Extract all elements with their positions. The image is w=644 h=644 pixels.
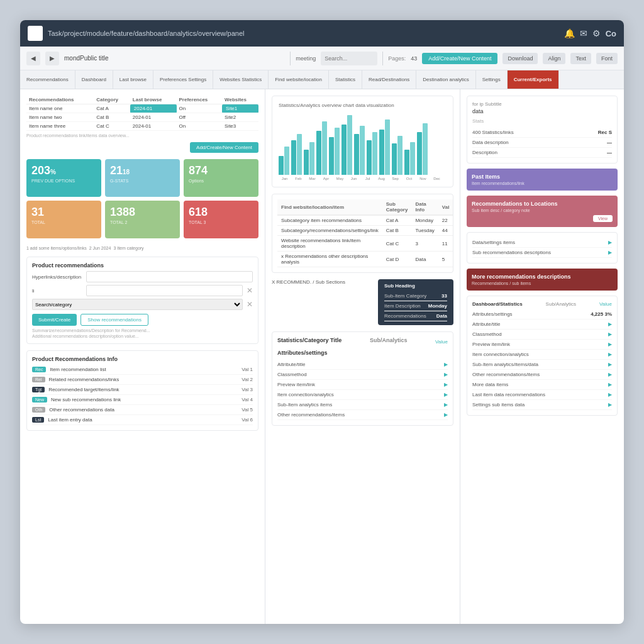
stat-card-5: 1388 TOTAL 2 bbox=[105, 201, 180, 238]
cf-link-2[interactable]: ▶ bbox=[444, 372, 448, 377]
main-action-button[interactable]: Add/Create/New Content bbox=[422, 53, 497, 64]
form-select[interactable]: Search/category Category A Category B bbox=[32, 299, 243, 310]
pink-card-button[interactable]: View bbox=[593, 215, 613, 222]
settings-icon[interactable]: ⚙ bbox=[592, 28, 601, 38]
rbs-link-10[interactable]: ▶ bbox=[608, 402, 612, 408]
cf-link-4[interactable]: ▶ bbox=[444, 392, 448, 397]
chart-label-dec: Dec bbox=[431, 177, 443, 180]
tab-read[interactable]: Read/Destinations bbox=[362, 70, 416, 89]
rbs-row-1: Attributes/settings 4,225 3% bbox=[472, 309, 612, 319]
left-panel: Recommendations Category Last browse Pre… bbox=[20, 89, 265, 624]
tab-dest-analytics[interactable]: Destination analytics bbox=[416, 70, 475, 89]
align-button[interactable]: Align bbox=[543, 53, 565, 64]
center-cell: Cat C bbox=[382, 236, 412, 252]
rbs-link-4[interactable]: ▶ bbox=[608, 341, 612, 347]
cell: Site3 bbox=[222, 122, 258, 131]
back-button[interactable]: ◀ bbox=[26, 52, 40, 65]
cf-link-1[interactable]: ▶ bbox=[444, 362, 448, 367]
bar-dec-2 bbox=[423, 123, 428, 175]
right-middle-section: Data/settings items ▶ Sub recommendation… bbox=[467, 232, 618, 264]
center-col-2: Sub Category bbox=[382, 199, 412, 215]
list-item: Rel Related recommendations/links Val 2 bbox=[32, 375, 253, 385]
stat-label-3: Options bbox=[189, 179, 253, 183]
pink-card-title: Recommendations to Locations bbox=[472, 201, 613, 207]
recommendations-button[interactable]: Show recommendations bbox=[80, 314, 148, 326]
add-content-button[interactable]: Add/Create/New Content bbox=[190, 142, 258, 153]
center-form-link[interactable]: Value bbox=[435, 339, 448, 345]
bar-group-feb bbox=[291, 134, 302, 175]
list-val-3: Val 3 bbox=[242, 387, 253, 392]
tab-stats[interactable]: Statistics bbox=[329, 70, 362, 89]
col-header-3: Last browse bbox=[130, 96, 177, 104]
rbs-link[interactable]: Value bbox=[599, 301, 612, 307]
center-cell: Tuesday bbox=[411, 226, 438, 236]
bar-feb-2 bbox=[297, 134, 302, 175]
download-button[interactable]: Download bbox=[502, 53, 538, 64]
center-cell: Data bbox=[411, 252, 438, 267]
tab-dashboard[interactable]: Dashboard bbox=[75, 70, 113, 89]
bar-jun-2 bbox=[347, 115, 352, 175]
list-section: Product Recommendations Info Rec Item re… bbox=[26, 350, 258, 431]
rbs-label-5: Item connection/analytics bbox=[472, 352, 529, 357]
center-form-subtitle: Sub/Analytics bbox=[370, 337, 408, 343]
toolbar: ◀ ▶ mondPublic title meeting Pages: 43 A… bbox=[20, 47, 624, 70]
center-col-1: Find website/location/item bbox=[277, 199, 382, 215]
user-label[interactable]: Co bbox=[606, 29, 616, 38]
bar-apr-2 bbox=[322, 121, 327, 175]
rbs-link-8[interactable]: ▶ bbox=[608, 382, 612, 387]
form-input-2[interactable] bbox=[86, 285, 243, 296]
rbs-label-8: More data items bbox=[472, 382, 508, 387]
col-header-1: Recommendations bbox=[26, 96, 94, 104]
rbs-link-7[interactable]: ▶ bbox=[608, 372, 612, 377]
search-input[interactable] bbox=[321, 52, 377, 65]
list-text-1: Item recommendation list bbox=[50, 367, 238, 372]
text-button[interactable]: Text bbox=[570, 53, 591, 64]
center-form-row-1: Attribute/title ▶ bbox=[277, 360, 448, 370]
overlay-val-3: Data bbox=[436, 313, 447, 319]
pink-card: Recommendations to Locations Sub item de… bbox=[467, 196, 618, 227]
bar-sep-2 bbox=[385, 119, 390, 175]
cf-link-5[interactable]: ▶ bbox=[444, 402, 448, 408]
tab-settings[interactable]: Settings bbox=[476, 70, 508, 89]
select-clear-icon[interactable]: ✕ bbox=[247, 300, 253, 309]
rbs-label-4: Preview item/link bbox=[472, 341, 510, 347]
form-input-1[interactable] bbox=[86, 271, 253, 282]
input-clear-icon[interactable]: ✕ bbox=[247, 286, 253, 295]
rbs-link-3[interactable]: ▶ bbox=[608, 331, 612, 337]
rbs-label-10: Settings sub items data bbox=[472, 402, 525, 408]
tab-recommendations[interactable]: Recommendations bbox=[20, 70, 75, 89]
footer-2: 2 Jun 2024 bbox=[89, 246, 111, 250]
rbs-link-9[interactable]: ▶ bbox=[608, 392, 612, 397]
tab-websites[interactable]: Websites Statistics bbox=[213, 70, 269, 89]
center-row: x Recommendations other descriptions ana… bbox=[277, 252, 453, 267]
tab-last-browse[interactable]: Last browse bbox=[113, 70, 153, 89]
list-item: Rec Item recommendation list Val 1 bbox=[32, 365, 253, 375]
badge-3: Tgt bbox=[32, 387, 45, 392]
list-item: Lst Last item entry data Val 6 bbox=[32, 415, 253, 425]
rbs-link-2[interactable]: ▶ bbox=[608, 321, 612, 327]
forward-button[interactable]: ▶ bbox=[45, 52, 59, 65]
tab-find[interactable]: Find website/location bbox=[269, 70, 329, 89]
tab-preferences[interactable]: Preferences Settings bbox=[153, 70, 213, 89]
cell: Item name three bbox=[26, 122, 94, 131]
cf-link-3[interactable]: ▶ bbox=[444, 382, 448, 387]
form-row-3: Search/category Category A Category B ✕ bbox=[32, 299, 253, 310]
bell-icon[interactable]: 🔔 bbox=[564, 28, 575, 38]
badge-6: Lst bbox=[32, 417, 44, 423]
tab-current[interactable]: Current/Exports bbox=[508, 70, 559, 89]
form-row-2: li ✕ bbox=[32, 285, 253, 296]
bar-group-apr bbox=[316, 121, 327, 175]
stat-value-5: 1388 bbox=[110, 206, 175, 219]
cf-link-6[interactable]: ▶ bbox=[444, 412, 448, 418]
left-table-section: Recommendations Category Last browse Pre… bbox=[26, 96, 258, 153]
cell-teal: 2024-01 bbox=[130, 104, 177, 113]
font-button[interactable]: Font bbox=[596, 53, 618, 64]
rbs-link-5[interactable]: ▶ bbox=[608, 352, 612, 357]
purple-card-desc: Item recommendations/link bbox=[472, 181, 613, 186]
mail-icon[interactable]: ✉ bbox=[580, 28, 587, 38]
rbs-link-6[interactable]: ▶ bbox=[608, 362, 612, 367]
stat-value-1: 203% bbox=[31, 164, 96, 177]
bar-dec-1 bbox=[417, 132, 422, 175]
submit-button[interactable]: Submit/Create bbox=[32, 314, 77, 326]
chart-label-jul: Jul bbox=[362, 177, 374, 180]
